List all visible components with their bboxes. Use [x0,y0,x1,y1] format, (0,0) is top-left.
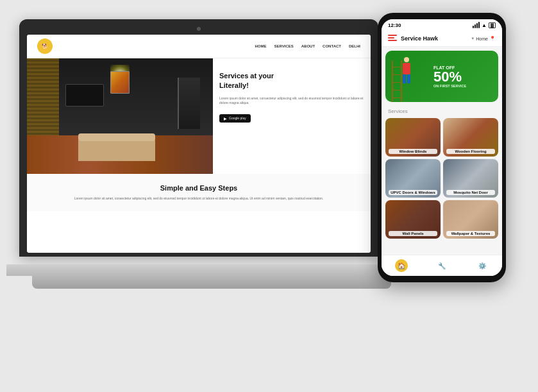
home-nav-icon: 🏠 [395,259,408,272]
hero-heading: Services at your Literally! [219,71,364,91]
laptop-foot [32,276,391,289]
nav-settings-item[interactable]: ⚙️ [476,259,489,272]
battery-icon: ▓ [489,22,496,28]
phone-status-bar: 12:30 ▲ ▓ [382,19,502,31]
room-blinds [27,58,59,148]
bookshelf [178,78,200,129]
laptop-screen-outer: 🐕 HOME SERVICES ABOUT CONTACT DELHI [19,19,378,257]
wrench-nav-icon: 🔧 [435,259,448,272]
play-icon: ▶ [224,116,227,121]
service-card-mosquito[interactable]: Mosquito Net Door [443,159,498,198]
steps-paragraph: Lorem ipsum dolor sit amet, consectetur … [46,196,351,201]
website-hero: Services at your Literally! Lorem ipsum … [27,58,371,174]
banner-text: FLAT OFF 50% ON FIRST SERVICE [433,65,466,88]
service-label-wallpaper: Wallpaper & Textures [446,231,495,236]
laptop-camera [197,27,201,31]
hero-image [27,58,213,174]
nav-services[interactable]: SERVICES [274,44,294,48]
service-card-blinds[interactable]: Window Blinds [385,118,441,157]
settings-nav-icon: ⚙️ [476,259,489,272]
hero-text: Services at your Literally! Lorem ipsum … [213,58,371,174]
steps-section: Simple and Easy Steps Lorem ipsum dolor … [27,174,371,211]
service-label-upvc: UPVC Doors & Windows [389,190,437,195]
nav-about[interactable]: ABOUT [301,44,315,48]
services-grid: Window Blinds Wooden Flooring UPVC Doors… [382,115,502,241]
google-play-button[interactable]: ▶ Google play [219,114,251,123]
nav-links: HOME SERVICES ABOUT CONTACT DELHI [255,44,360,48]
scene: 🐕 HOME SERVICES ABOUT CONTACT DELHI [0,0,538,392]
hamburger-icon[interactable] [388,35,398,42]
service-card-upvc[interactable]: UPVC Doors & Windows [385,159,441,198]
banner-percent: 50% [433,70,466,84]
location-pin-icon: 📍 [489,36,496,42]
website-logo: 🐕 [37,38,53,54]
status-icons: ▲ ▓ [473,22,496,28]
service-label-blinds: Window Blinds [389,149,437,154]
steps-title: Simple and Easy Steps [46,184,351,192]
promo-banner[interactable]: FLAT OFF 50% ON FIRST SERVICE [385,51,498,102]
website: 🐕 HOME SERVICES ABOUT CONTACT DELHI [27,35,371,253]
website-nav: 🐕 HOME SERVICES ABOUT CONTACT DELHI [27,35,371,58]
service-label-wall: Wall Panels [389,231,437,236]
service-card-flooring[interactable]: Wooden Flooring [443,118,498,157]
phone-header: Service Hawk ▼ Home 📍 [382,31,502,47]
play-label: Google play [229,116,246,120]
location-label: Home [476,37,488,41]
signal-icon [473,22,480,28]
laptop-base [6,264,391,276]
service-card-wall[interactable]: Wall Panels [385,200,441,239]
location-dropdown-icon: ▼ [471,37,475,40]
location-area[interactable]: ▼ Home 📍 [471,36,496,42]
banner-on-first: ON FIRST SERVICE [433,84,466,88]
nav-services-item[interactable]: 🔧 [435,259,448,272]
service-label-mosquito: Mosquito Net Door [446,190,495,195]
services-section-label: Services [382,106,502,115]
room-sofa [78,139,155,161]
phone-time: 12:30 [388,22,401,28]
hero-paragraph: Lorem ipsum dolor sit amet, consectetur … [219,96,364,106]
nav-delhi[interactable]: DELHI [349,44,360,48]
painting [110,71,130,94]
worker-illustration [391,57,429,102]
tv [65,84,104,107]
wifi-icon: ▲ [482,22,487,28]
nav-home-item[interactable]: 🏠 [395,259,408,272]
nav-home[interactable]: HOME [255,44,267,48]
service-label-flooring: Wooden Flooring [446,149,495,154]
brand-name: Service Hawk [401,35,438,42]
service-card-wallpaper[interactable]: Wallpaper & Textures [443,200,498,239]
bottom-nav: 🏠 🔧 ⚙️ [382,255,502,276]
nav-contact[interactable]: CONTACT [323,44,341,48]
phone-logo-area: Service Hawk [388,35,438,42]
phone: 12:30 ▲ ▓ Se [378,13,506,282]
laptop-screen: 🐕 HOME SERVICES ABOUT CONTACT DELHI [27,35,371,253]
phone-screen: 12:30 ▲ ▓ Se [382,19,502,276]
laptop: 🐕 HOME SERVICES ABOUT CONTACT DELHI [19,19,378,295]
